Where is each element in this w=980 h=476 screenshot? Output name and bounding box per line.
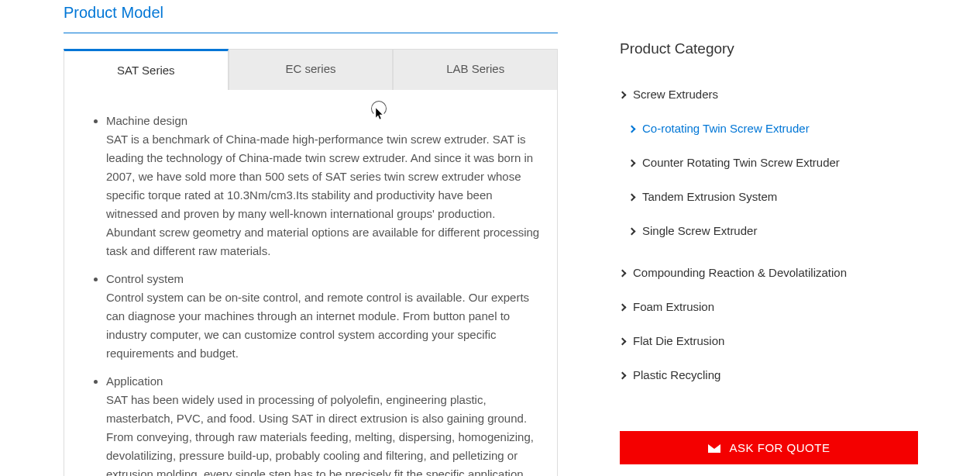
cat-compounding[interactable]: Compounding Reaction & Devolatilization [620, 256, 918, 290]
tab-content: Machine design SAT is a benchmark of Chi… [64, 90, 558, 476]
chevron-right-icon [628, 193, 636, 201]
chevron-right-icon [619, 303, 627, 311]
cat-label: Tandem Extrusion System [642, 188, 777, 206]
chevron-right-icon [619, 91, 627, 98]
item-body: Control system can be on-site control, a… [106, 291, 529, 360]
item-heading: Machine design [106, 112, 545, 130]
cat-label: Counter Rotating Twin Screw Extruder [642, 153, 840, 172]
chevron-right-icon [619, 371, 627, 379]
item-body: SAT is a benchmark of China-made high-pe… [106, 133, 539, 257]
tabs-container: SAT Series EC series LAB Series [64, 49, 558, 90]
chevron-right-icon [619, 269, 627, 277]
cat-foam[interactable]: Foam Extrusion [620, 290, 918, 324]
list-item: Machine design SAT is a benchmark of Chi… [106, 112, 545, 260]
cta-label: ASK FOR QUOTE [730, 441, 830, 454]
item-heading: Application [106, 372, 545, 391]
chevron-right-icon [628, 159, 636, 167]
cat-label: Plastic Recycling [633, 366, 720, 385]
cat-plastic-recycling[interactable]: Plastic Recycling [620, 358, 918, 392]
ask-for-quote-button[interactable]: ASK FOR QUOTE [620, 431, 918, 464]
tab-lab-series[interactable]: LAB Series [393, 49, 558, 90]
loading-spinner-icon [371, 101, 387, 116]
cat-co-rotating[interactable]: Co-rotating Twin Screw Extruder [620, 112, 918, 146]
cat-label: Flat Die Extrusion [633, 332, 724, 350]
cat-single-screw[interactable]: Single Screw Extruder [620, 214, 918, 248]
category-list: Screw Extruders Co-rotating Twin Screw E… [620, 78, 918, 392]
item-body: SAT has been widely used in processing o… [106, 393, 534, 476]
cat-tandem[interactable]: Tandem Extrusion System [620, 180, 918, 214]
envelope-icon [708, 443, 720, 453]
cat-screw-extruders[interactable]: Screw Extruders [620, 78, 918, 112]
cat-label: Single Screw Extruder [642, 222, 757, 240]
cat-flat-die[interactable]: Flat Die Extrusion [620, 324, 918, 358]
list-item: Application SAT has been widely used in … [106, 372, 545, 476]
cat-label: Compounding Reaction & Devolatilization [633, 264, 847, 282]
item-heading: Control system [106, 270, 545, 288]
list-item: Control system Control system can be on-… [106, 270, 545, 363]
cat-label: Foam Extrusion [633, 298, 714, 316]
chevron-right-icon [628, 227, 636, 235]
chevron-right-icon [628, 125, 636, 133]
cat-label: Screw Extruders [633, 85, 718, 104]
sidebar-title: Product Category [620, 37, 918, 60]
chevron-right-icon [619, 337, 627, 345]
cat-label: Co-rotating Twin Screw Extruder [642, 119, 810, 138]
section-title: Product Model [64, 0, 558, 33]
tab-sat-series[interactable]: SAT Series [64, 49, 229, 90]
cat-counter-rotating[interactable]: Counter Rotating Twin Screw Extruder [620, 146, 918, 180]
tab-ec-series[interactable]: EC series [229, 49, 394, 90]
